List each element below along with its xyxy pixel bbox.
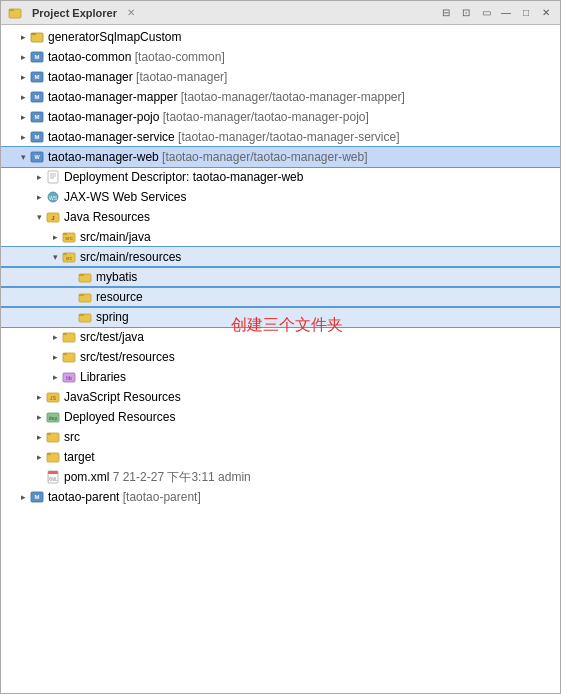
- svg-text:WS: WS: [49, 195, 58, 201]
- label-taotao-common: taotao-common [taotao-common]: [48, 50, 225, 64]
- toggle-jax-ws[interactable]: [33, 191, 45, 203]
- svg-rect-1: [9, 9, 14, 11]
- minimize-button[interactable]: —: [498, 5, 514, 21]
- src-main-resources-icon: src: [61, 249, 77, 265]
- maven-project-icon-4: M: [29, 109, 45, 125]
- label-pom-xml: pom.xml 7 21-2-27 下午3:11 admin: [64, 469, 251, 486]
- web-project-icon: W: [29, 149, 45, 165]
- toggle-src-test-java[interactable]: [49, 331, 61, 343]
- toggle-taotao-manager-web[interactable]: [17, 151, 29, 163]
- toggle-taotao-common[interactable]: [17, 51, 29, 63]
- svg-text:M: M: [35, 54, 40, 60]
- descriptor-icon: [45, 169, 61, 185]
- toggle-generatorSqlmapCustom[interactable]: [17, 31, 29, 43]
- tree-item-taotao-manager-web[interactable]: W taotao-manager-web [taotao-manager/tao…: [1, 147, 560, 167]
- tree-item-taotao-manager-pojo[interactable]: M taotao-manager-pojo [taotao-manager/ta…: [1, 107, 560, 127]
- toggle-taotao-parent[interactable]: [17, 491, 29, 503]
- tree-item-deployed-resources[interactable]: dep Deployed Resources: [1, 407, 560, 427]
- tree-item-jax-ws[interactable]: WS JAX-WS Web Services: [1, 187, 560, 207]
- svg-text:M: M: [35, 134, 40, 140]
- tree-item-javascript-resources[interactable]: JS JavaScript Resources: [1, 387, 560, 407]
- svg-text:src: src: [66, 256, 73, 261]
- tree-item-src-main-resources[interactable]: src src/main/resources: [1, 247, 560, 267]
- svg-rect-37: [63, 333, 67, 335]
- toggle-taotao-manager-mapper[interactable]: [17, 91, 29, 103]
- svg-text:src: src: [65, 235, 73, 241]
- java-resources-icon: J: [45, 209, 61, 225]
- tree-item-src-test-resources[interactable]: src/test/resources: [1, 347, 560, 367]
- tree-item-pom-xml[interactable]: XML pom.xml 7 21-2-27 下午3:11 admin: [1, 467, 560, 487]
- toggle-src-main-resources[interactable]: [49, 251, 61, 263]
- label-jax-ws: JAX-WS Web Services: [64, 190, 186, 204]
- toggle-taotao-manager-service[interactable]: [17, 131, 29, 143]
- tree-item-taotao-parent[interactable]: M taotao-parent [taotao-parent]: [1, 487, 560, 507]
- toggle-src[interactable]: [33, 431, 45, 443]
- maven-project-icon-3: M: [29, 89, 45, 105]
- toggle-target[interactable]: [33, 451, 45, 463]
- label-taotao-manager-mapper: taotao-manager-mapper [taotao-manager/ta…: [48, 90, 405, 104]
- tree-item-taotao-manager[interactable]: M taotao-manager [taotao-manager]: [1, 67, 560, 87]
- svg-rect-31: [79, 274, 84, 276]
- toggle-libraries[interactable]: [49, 371, 61, 383]
- tree-item-src[interactable]: src: [1, 427, 560, 447]
- tree-item-java-resources[interactable]: J Java Resources: [1, 207, 560, 227]
- label-taotao-manager-pojo: taotao-manager-pojo [taotao-manager/taot…: [48, 110, 369, 124]
- tree-item-mybatis[interactable]: mybatis: [1, 267, 560, 287]
- project-explorer-panel: Project Explorer ✕ ⊟ ⊡ ▭ — □ ✕ generator…: [0, 0, 561, 694]
- close-button[interactable]: ✕: [538, 5, 554, 21]
- svg-rect-33: [79, 294, 84, 296]
- tree-item-resource[interactable]: resource: [1, 287, 560, 307]
- src-test-resources-icon: [61, 349, 77, 365]
- toggle-taotao-manager-pojo[interactable]: [17, 111, 29, 123]
- toggle-java-resources[interactable]: [33, 211, 45, 223]
- maven-project-icon-parent: M: [29, 489, 45, 505]
- src-main-java-icon: src: [61, 229, 77, 245]
- tree-item-taotao-manager-mapper[interactable]: M taotao-manager-mapper [taotao-manager/…: [1, 87, 560, 107]
- tree-item-libraries[interactable]: lib Libraries: [1, 367, 560, 387]
- label-target: target: [64, 450, 95, 464]
- svg-rect-3: [31, 33, 36, 35]
- toggle-src-main-java[interactable]: [49, 231, 61, 243]
- maven-project-icon-5: M: [29, 129, 45, 145]
- tree-item-target[interactable]: target: [1, 447, 560, 467]
- label-src: src: [64, 430, 80, 444]
- tree-content: generatorSqlmapCustom M taotao-common [t…: [1, 25, 560, 509]
- javascript-resources-icon: JS: [45, 389, 61, 405]
- svg-rect-39: [63, 353, 67, 355]
- svg-rect-16: [48, 171, 58, 183]
- deployed-resources-icon: dep: [45, 409, 61, 425]
- label-generatorSqlmapCustom: generatorSqlmapCustom: [48, 30, 181, 44]
- svg-text:M: M: [35, 494, 40, 500]
- panel-close-x: ✕: [127, 7, 135, 18]
- header-icon-2[interactable]: ⊡: [458, 5, 474, 21]
- tree-item-taotao-common[interactable]: M taotao-common [taotao-common]: [1, 47, 560, 67]
- tree-item-src-test-java[interactable]: src/test/java: [1, 327, 560, 347]
- tree-item-taotao-manager-service[interactable]: M taotao-manager-service [taotao-manager…: [1, 127, 560, 147]
- header-icon-3[interactable]: ▭: [478, 5, 494, 21]
- toggle-taotao-manager[interactable]: [17, 71, 29, 83]
- label-deployed-resources: Deployed Resources: [64, 410, 175, 424]
- tree-item-generatorSqlmapCustom[interactable]: generatorSqlmapCustom: [1, 27, 560, 47]
- spring-folder-icon: [77, 309, 93, 325]
- toggle-deployment-descriptor[interactable]: [33, 171, 45, 183]
- toggle-deployed-resources[interactable]: [33, 411, 45, 423]
- toggle-src-test-resources[interactable]: [49, 351, 61, 363]
- panel-header-icons: ⊟ ⊡ ▭ — □ ✕: [438, 5, 554, 21]
- tree-item-src-main-java[interactable]: src src/main/java: [1, 227, 560, 247]
- toggle-javascript-resources[interactable]: [33, 391, 45, 403]
- maven-project-icon-2: M: [29, 69, 45, 85]
- tree-item-deployment-descriptor[interactable]: Deployment Descriptor: taotao-manager-we…: [1, 167, 560, 187]
- label-libraries: Libraries: [80, 370, 126, 384]
- svg-text:M: M: [35, 114, 40, 120]
- tree-item-spring[interactable]: spring: [1, 307, 560, 327]
- maximize-button[interactable]: □: [518, 5, 534, 21]
- label-src-main-java: src/main/java: [80, 230, 151, 244]
- svg-rect-49: [47, 453, 51, 455]
- label-taotao-parent: taotao-parent [taotao-parent]: [48, 490, 201, 504]
- resource-folder-icon: [77, 289, 93, 305]
- pom-xml-icon: XML: [45, 469, 61, 485]
- label-spring: spring: [96, 310, 129, 324]
- header-icon-1[interactable]: ⊟: [438, 5, 454, 21]
- panel-header: Project Explorer ✕ ⊟ ⊡ ▭ — □ ✕: [1, 1, 560, 25]
- svg-rect-35: [79, 314, 84, 316]
